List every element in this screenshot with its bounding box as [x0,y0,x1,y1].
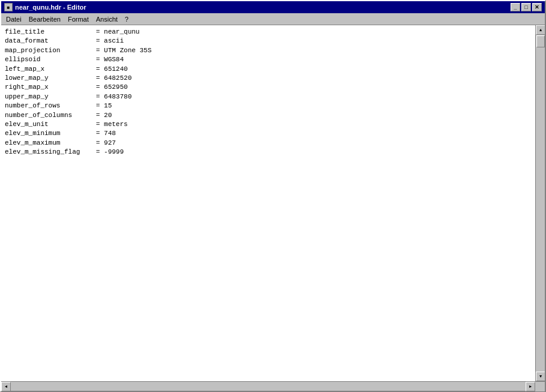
text-line: number_of_rows = 15 [5,101,532,110]
text-line: lower_map_y = 6482520 [5,74,532,83]
text-line: elev_m_missing_flag = -9999 [5,148,532,157]
scroll-track-v[interactable] [536,35,545,372]
vertical-scrollbar[interactable]: ▲ ▼ [535,25,545,381]
scroll-down-button[interactable]: ▼ [536,372,545,381]
title-bar: ■ near_qunu.hdr - Editor _ □ ✕ [1,1,545,13]
close-button[interactable]: ✕ [532,3,542,11]
menu-ansicht[interactable]: Ansicht [93,14,121,23]
main-window: ■ near_qunu.hdr - Editor _ □ ✕ Datei Bea… [0,0,546,392]
text-line: map_projection = UTM Zone 35S [5,46,532,55]
horizontal-scrollbar-container: ◄ ► [1,381,545,391]
scroll-thumb-v[interactable] [536,35,545,47]
window-title: near_qunu.hdr - Editor [15,4,86,11]
minimize-button[interactable]: _ [511,3,520,11]
text-line: ellipsoid = WGS84 [5,55,532,64]
text-line: number_of_columns = 20 [5,111,532,120]
content-area[interactable]: file_title = near_qunudata_format = asci… [1,25,535,381]
horizontal-scrollbar[interactable]: ◄ ► [1,382,535,391]
editor-area: file_title = near_qunudata_format = asci… [1,25,545,381]
menu-help[interactable]: ? [121,14,132,23]
text-line: data_format = ascii [5,37,532,46]
text-line: file_title = near_qunu [5,28,532,37]
text-line: upper_map_y = 6483780 [5,92,532,101]
menu-bar: Datei Bearbeiten Format Ansicht ? [1,13,545,25]
menu-datei[interactable]: Datei [2,14,25,23]
scroll-left-button[interactable]: ◄ [1,382,11,391]
window-icon: ■ [4,3,13,11]
title-bar-left: ■ near_qunu.hdr - Editor [4,3,86,11]
text-line: right_map_x = 652950 [5,83,532,92]
text-line: elev_m_maximum = 927 [5,139,532,148]
scroll-up-button[interactable]: ▲ [536,25,545,35]
scroll-right-button[interactable]: ► [526,382,535,391]
menu-format[interactable]: Format [64,14,93,23]
maximize-button[interactable]: □ [521,3,531,11]
menu-bearbeiten[interactable]: Bearbeiten [25,14,64,23]
scroll-track-h[interactable] [11,382,526,391]
text-line: left_map_x = 651240 [5,65,532,74]
scrollbar-corner [535,382,545,391]
text-line: elev_m_unit = meters [5,120,532,129]
title-bar-buttons: _ □ ✕ [511,3,542,11]
text-line: elev_m_minimum = 748 [5,129,532,138]
